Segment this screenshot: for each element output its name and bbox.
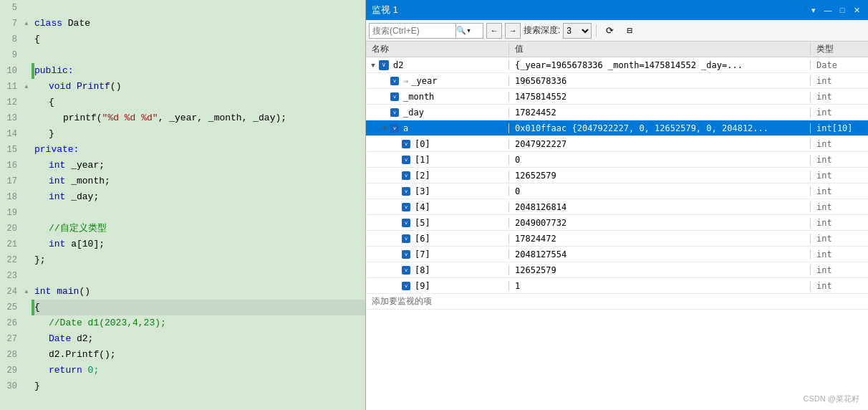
- watch-row[interactable]: v[0]2047922227int: [366, 136, 868, 152]
- search-dropdown-button[interactable]: 🔍▾: [455, 23, 471, 39]
- search-box[interactable]: 🔍▾: [369, 23, 483, 39]
- header-name: 名称: [366, 43, 509, 55]
- watch-row-type-cell: int: [811, 171, 868, 181]
- watch-row[interactable]: v[2]12652579int: [366, 168, 868, 183]
- watch-row-value-cell: 0: [509, 186, 811, 196]
- var-name: a: [403, 123, 408, 133]
- expand-indicator[interactable]: ▲: [21, 284, 32, 300]
- var-name: [2]: [415, 171, 430, 181]
- var-name: [6]: [415, 234, 430, 244]
- line-number: 18: [0, 189, 21, 205]
- maximize-button[interactable]: □: [836, 4, 848, 16]
- watch-row-type-cell: int: [811, 76, 868, 86]
- line-content: {: [34, 95, 365, 110]
- watch-row[interactable]: v[7]2048127554int: [366, 247, 868, 262]
- minimize-button[interactable]: —: [822, 4, 834, 16]
- depth-label: 搜索深度:: [524, 24, 560, 37]
- line-number: 11: [0, 79, 21, 95]
- var-icon: v: [402, 282, 410, 290]
- header-value: 值: [509, 43, 811, 55]
- line-number: 23: [0, 268, 21, 284]
- code-line-13: 13printf("%d %d %d", _year, _month, _day…: [0, 110, 365, 126]
- close-button[interactable]: ✕: [851, 4, 862, 16]
- code-line-17: 17int _month;: [0, 173, 365, 189]
- line-number: 12: [0, 95, 21, 110]
- expand-icon[interactable]: ▼: [369, 61, 377, 70]
- search-prev-button[interactable]: ←: [486, 23, 502, 39]
- add-watch-row[interactable]: 添加要监视的项: [366, 294, 868, 310]
- line-number: 16: [0, 158, 21, 173]
- line-number: 21: [0, 237, 21, 252]
- watch-row[interactable]: ▼vd2{_year=1965678336 _month=1475814552 …: [366, 57, 868, 73]
- pin-button[interactable]: ▾: [808, 4, 819, 16]
- code-line-22: 22};: [0, 252, 365, 268]
- reevaluate-button[interactable]: ⟳: [601, 23, 618, 39]
- code-line-24: 24▲int main(): [0, 284, 365, 300]
- watch-row-name-cell: v[9]: [366, 281, 509, 291]
- watch-row-value-cell: 12652579: [509, 171, 811, 181]
- code-line-5: 5: [0, 0, 365, 16]
- var-icon: v: [402, 203, 410, 211]
- code-line-14: 14}: [0, 126, 365, 142]
- watch-row-value-cell: 2047922227: [509, 139, 811, 149]
- var-icon: v: [390, 124, 399, 133]
- depth-select[interactable]: 3: [563, 23, 592, 39]
- watch-row[interactable]: v[6]17824472int: [366, 231, 868, 247]
- watch-row[interactable]: v[3]0int: [366, 183, 868, 199]
- watch-row-type-cell: int: [811, 139, 868, 149]
- var-name: [4]: [415, 202, 430, 212]
- line-number: 24: [0, 284, 21, 300]
- watch-row-type-cell: int: [811, 265, 868, 275]
- watch-row[interactable]: v[5]2049007732int: [366, 215, 868, 231]
- code-line-15: 15private:: [0, 142, 365, 158]
- toolbar-separator: [596, 24, 597, 37]
- collapse-button[interactable]: ⊟: [621, 23, 638, 39]
- expand-indicator[interactable]: ▲: [21, 79, 32, 95]
- watch-row[interactable]: v_month1475814552int: [366, 89, 868, 105]
- watch-row-type-cell: int: [811, 155, 868, 165]
- watch-row-name-cell: v[7]: [366, 249, 509, 259]
- code-line-29: 29return 0;: [0, 363, 365, 378]
- line-content: class Date: [34, 16, 365, 32]
- code-line-10: 10public:: [0, 63, 365, 79]
- watch-row-type-cell: Date: [811, 60, 868, 70]
- watch-row-name-cell: v[5]: [366, 218, 509, 228]
- var-name: [3]: [415, 186, 430, 196]
- watch-toolbar: 🔍▾ ← → 搜索深度: 3 ⟳ ⊟: [366, 20, 868, 42]
- watch-row[interactable]: v[8]12652579int: [366, 262, 868, 278]
- watch-row[interactable]: v⇒_year1965678336int: [366, 73, 868, 89]
- expand-icon[interactable]: ▼: [380, 124, 389, 133]
- line-number: 25: [0, 300, 21, 315]
- line-number: 26: [0, 315, 21, 331]
- var-icon: v: [390, 92, 399, 101]
- watch-row[interactable]: ▼va0x010ffaac {2047922227, 0, 12652579, …: [366, 120, 868, 136]
- arrow-indicator: ⇒: [403, 76, 408, 86]
- line-number: 8: [0, 32, 21, 47]
- var-name: d2: [393, 60, 403, 70]
- watch-row-type-cell: int: [811, 218, 868, 228]
- watch-row-value-cell: 2048127554: [509, 249, 811, 259]
- line-content: public:: [34, 63, 365, 79]
- watch-row[interactable]: v[4]2048126814int: [366, 199, 868, 215]
- code-line-9: 9: [0, 47, 365, 63]
- search-next-button[interactable]: →: [505, 23, 521, 39]
- line-number: 20: [0, 221, 21, 237]
- watch-row[interactable]: v[9]1int: [366, 278, 868, 294]
- watch-title-controls[interactable]: ▾ — □ ✕: [808, 4, 862, 16]
- line-content: }: [34, 378, 365, 394]
- search-input[interactable]: [370, 26, 455, 36]
- code-line-26: 26//Date d1(2023,4,23);: [0, 315, 365, 331]
- watch-row[interactable]: v_day17824452int: [366, 105, 868, 120]
- watch-row-value-cell: 0: [509, 155, 811, 165]
- line-number: 19: [0, 205, 21, 221]
- watch-title-left: 监视 1: [372, 4, 398, 16]
- line-number: 29: [0, 363, 21, 378]
- watch-panel: 监视 1 ▾ — □ ✕ 🔍▾ ← → 搜索深度: 3 ⟳ ⊟ 名称 值 类型 …: [365, 0, 868, 410]
- var-icon: v: [402, 156, 410, 164]
- watch-row[interactable]: v[1]0int: [366, 152, 868, 168]
- watermark: CSDN @菜花籽: [804, 394, 859, 404]
- watch-titlebar: 监视 1 ▾ — □ ✕: [366, 0, 868, 20]
- expand-indicator[interactable]: ▲: [21, 16, 32, 32]
- watch-row-type-cell: int: [811, 281, 868, 291]
- var-name: [1]: [415, 155, 430, 165]
